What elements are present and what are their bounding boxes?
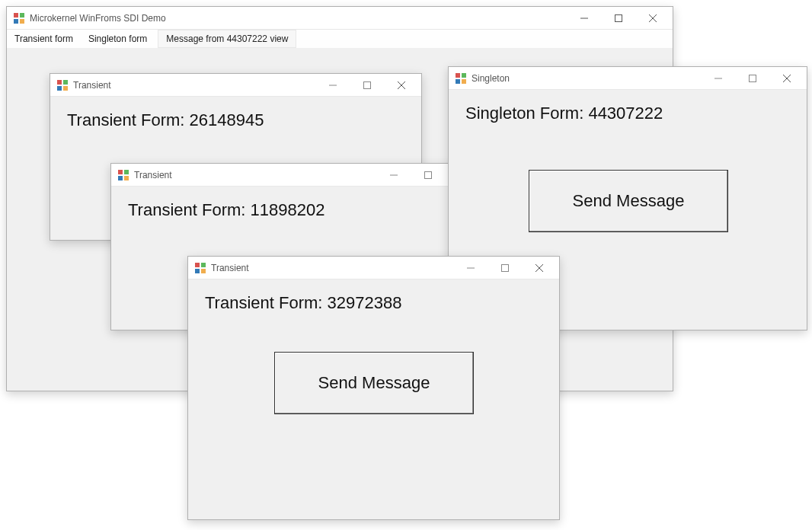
minimize-icon xyxy=(580,14,588,22)
close-icon xyxy=(649,14,657,22)
svg-rect-29 xyxy=(749,75,756,81)
transient2-title: Transient xyxy=(134,170,376,180)
maximize-button[interactable] xyxy=(350,75,384,96)
transient3-titlebar[interactable]: Transient xyxy=(188,257,559,279)
transient1-heading: Transient Form: 26148945 xyxy=(67,110,421,130)
window-controls xyxy=(453,257,556,279)
close-button[interactable] xyxy=(384,75,418,96)
svg-rect-34 xyxy=(195,269,200,273)
svg-rect-32 xyxy=(195,263,200,267)
send-message-button[interactable]: Send Message xyxy=(529,170,728,232)
maximize-button[interactable] xyxy=(735,68,769,89)
maximize-button[interactable] xyxy=(411,164,445,186)
minimize-icon xyxy=(329,81,337,89)
menu-status-message: Message from 44307222 view xyxy=(158,30,296,48)
singleton-title: Singleton xyxy=(472,73,701,84)
svg-rect-1 xyxy=(20,13,24,18)
minimize-button[interactable] xyxy=(453,257,488,279)
window-controls xyxy=(701,68,804,89)
minimize-icon xyxy=(390,171,398,179)
svg-rect-0 xyxy=(14,13,18,18)
app-icon xyxy=(117,169,129,181)
minimize-button[interactable] xyxy=(315,75,350,96)
transient2-heading: Transient Form: 11898202 xyxy=(128,200,482,220)
send-message-button[interactable]: Send Message xyxy=(274,352,474,414)
maximize-icon xyxy=(615,14,622,22)
svg-rect-3 xyxy=(20,19,24,24)
maximize-icon xyxy=(749,75,756,82)
svg-rect-33 xyxy=(201,263,206,267)
svg-rect-27 xyxy=(462,79,466,84)
close-button[interactable] xyxy=(635,8,670,29)
svg-rect-37 xyxy=(501,264,508,271)
minimize-button[interactable] xyxy=(376,164,411,186)
minimize-button[interactable] xyxy=(701,68,735,89)
menu-transient-form[interactable]: Transient form xyxy=(7,30,81,48)
svg-rect-5 xyxy=(615,14,622,21)
svg-rect-11 xyxy=(63,86,68,91)
window-controls xyxy=(567,8,670,29)
minimize-icon xyxy=(714,75,722,82)
menu-singleton-form[interactable]: Singleton form xyxy=(81,30,155,48)
svg-rect-17 xyxy=(124,170,129,174)
singleton-titlebar[interactable]: Singleton xyxy=(449,67,807,90)
transient-window-3: Transient Transient Form: 32972388 Send … xyxy=(187,256,560,520)
menu-bar: Transient form Singleton form Message fr… xyxy=(7,30,673,49)
main-titlebar[interactable]: Microkernel WinFroms SDI Demo xyxy=(7,7,673,30)
maximize-icon xyxy=(501,264,509,272)
svg-rect-18 xyxy=(118,176,123,180)
minimize-icon xyxy=(467,264,475,272)
singleton-heading: Singleton Form: 44307222 xyxy=(465,104,807,123)
close-icon xyxy=(535,264,543,272)
svg-rect-16 xyxy=(118,170,123,174)
app-icon xyxy=(455,72,467,85)
svg-rect-35 xyxy=(201,269,206,273)
svg-rect-21 xyxy=(424,171,431,178)
close-button[interactable] xyxy=(522,257,556,279)
svg-rect-13 xyxy=(363,81,370,88)
app-icon xyxy=(56,79,69,91)
svg-rect-26 xyxy=(456,79,460,84)
svg-rect-19 xyxy=(124,176,129,180)
svg-rect-2 xyxy=(14,19,18,24)
transient1-titlebar[interactable]: Transient xyxy=(50,74,421,97)
maximize-button[interactable] xyxy=(488,257,522,279)
svg-rect-9 xyxy=(63,80,68,85)
svg-rect-24 xyxy=(456,73,460,78)
main-title: Microkernel WinFroms SDI Demo xyxy=(30,13,567,24)
transient3-heading: Transient Form: 32972388 xyxy=(205,293,559,313)
transient1-title: Transient xyxy=(73,80,315,91)
app-icon xyxy=(13,12,25,24)
transient2-titlebar[interactable]: Transient xyxy=(111,164,482,187)
close-icon xyxy=(783,75,791,82)
svg-rect-8 xyxy=(57,80,62,85)
svg-rect-10 xyxy=(57,86,62,91)
close-button[interactable] xyxy=(769,68,804,89)
maximize-icon xyxy=(424,171,432,179)
maximize-button[interactable] xyxy=(601,8,635,29)
app-icon xyxy=(194,262,206,274)
maximize-icon xyxy=(363,81,371,89)
svg-rect-25 xyxy=(462,73,466,78)
close-icon xyxy=(398,81,405,89)
window-controls xyxy=(315,75,418,96)
transient3-title: Transient xyxy=(211,263,453,273)
minimize-button[interactable] xyxy=(567,8,601,29)
